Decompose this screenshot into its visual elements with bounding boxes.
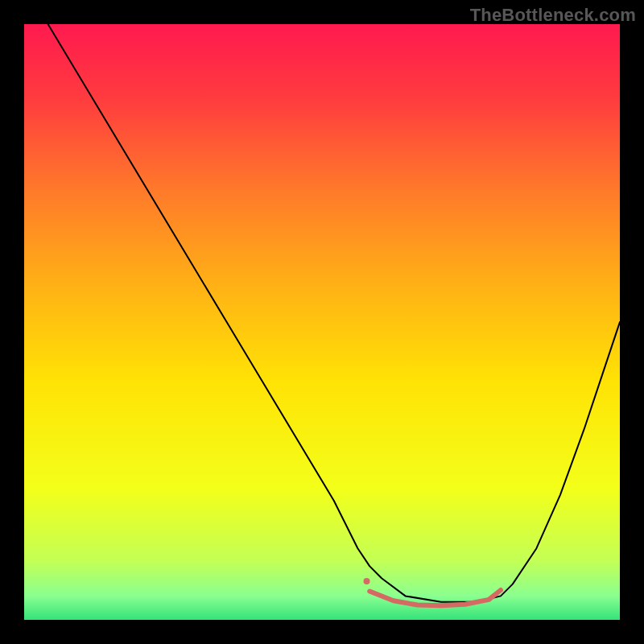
gradient-background: [24, 24, 620, 620]
chart-container: TheBottleneck.com: [0, 0, 644, 644]
points-layer: [364, 578, 370, 584]
watermark-text: TheBottleneck.com: [470, 5, 636, 26]
optimal-start-dot: [364, 578, 370, 584]
plot-area: [24, 24, 620, 620]
chart-svg: [24, 24, 620, 620]
